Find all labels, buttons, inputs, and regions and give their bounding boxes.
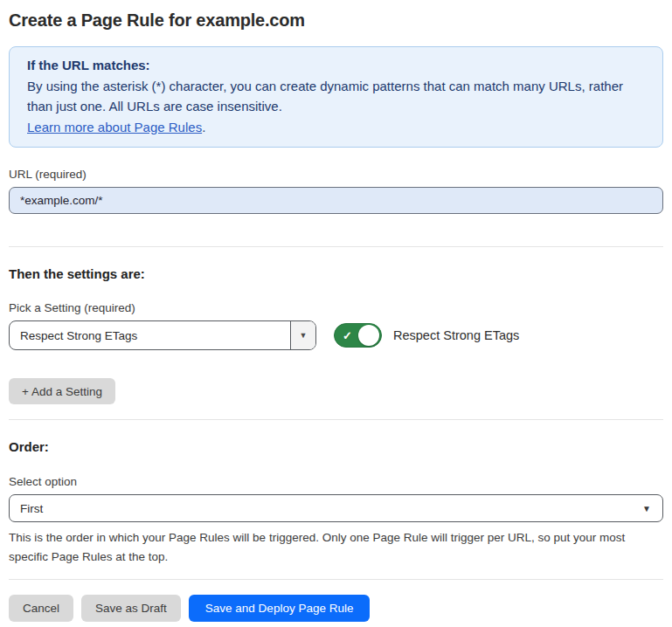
order-select-value: First [10, 495, 631, 521]
learn-more-link[interactable]: Learn more about Page Rules [27, 120, 202, 134]
pick-setting-label: Pick a Setting (required) [9, 301, 663, 314]
chevron-down-icon: ▼ [300, 331, 308, 340]
setting-toggle[interactable]: ✓ [334, 323, 382, 348]
link-period: . [202, 120, 205, 134]
section-divider [9, 419, 663, 420]
section-divider [9, 246, 663, 247]
setting-select[interactable]: Respect Strong ETags ▼ [9, 320, 316, 350]
setting-select-arrow-button[interactable]: ▼ [290, 321, 315, 349]
footer-actions: Cancel Save as Draft Save and Deploy Pag… [9, 595, 663, 622]
setting-select-value: Respect Strong ETags [10, 321, 290, 349]
save-and-deploy-button[interactable]: Save and Deploy Page Rule [189, 595, 371, 622]
footer-divider [9, 579, 663, 580]
url-field-label: URL (required) [9, 168, 663, 181]
check-icon: ✓ [343, 330, 352, 341]
info-box-link-line: Learn more about Page Rules. [27, 117, 645, 138]
setting-row: Respect Strong ETags ▼ ✓ Respect Strong … [9, 320, 663, 350]
order-section-heading: Order: [9, 439, 663, 454]
order-select-label: Select option [9, 475, 663, 488]
settings-section-heading: Then the settings are: [9, 266, 663, 281]
url-input[interactable] [9, 187, 663, 214]
page-title: Create a Page Rule for example.com [9, 10, 663, 31]
toggle-knob [358, 325, 379, 346]
add-setting-button[interactable]: + Add a Setting [9, 378, 115, 404]
url-match-info-box: If the URL matches: By using the asteris… [9, 46, 663, 148]
info-box-body: By using the asterisk (*) character, you… [27, 76, 645, 117]
cancel-button[interactable]: Cancel [9, 595, 73, 622]
order-select[interactable]: First ▼ [9, 494, 663, 522]
save-as-draft-button[interactable]: Save as Draft [81, 595, 181, 622]
setting-toggle-label: Respect Strong ETags [393, 328, 519, 342]
order-help-text: This is the order in which your Page Rul… [9, 528, 656, 567]
info-box-heading: If the URL matches: [27, 55, 645, 76]
chevron-down-icon: ▼ [631, 495, 662, 521]
